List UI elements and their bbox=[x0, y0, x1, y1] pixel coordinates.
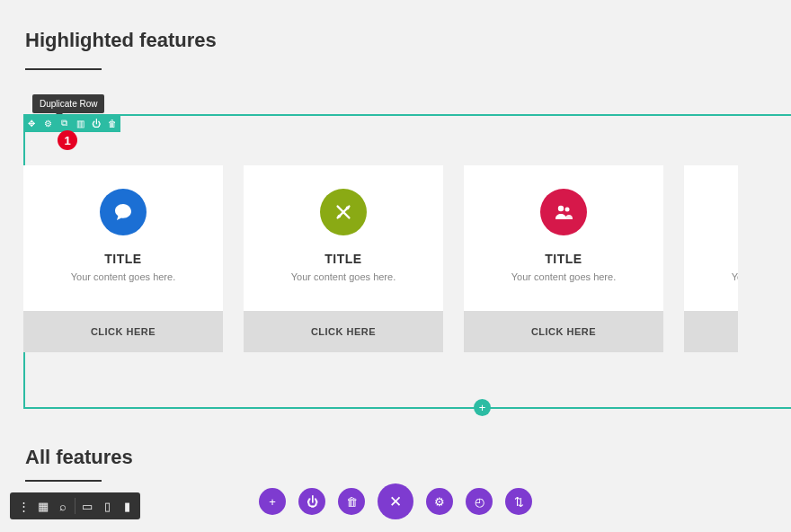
row-duplicate-button[interactable]: ⧉ bbox=[56, 114, 72, 132]
users-icon bbox=[540, 189, 587, 235]
card-subtitle: Your content goes here. bbox=[244, 271, 443, 282]
card-subtitle: Your content goes here. bbox=[23, 271, 223, 282]
wireframe-view-button[interactable]: ▦ bbox=[33, 492, 53, 519]
card-button[interactable]: CLICK HERE bbox=[464, 311, 663, 352]
svg-point-3 bbox=[565, 208, 570, 212]
card-button[interactable]: CLICK HERE bbox=[244, 311, 443, 352]
feature-card-partial: TITLE Your content goes here. CLICK HERE bbox=[684, 165, 738, 352]
tablet-view-button[interactable]: ▯ bbox=[97, 492, 117, 519]
row-delete-button[interactable]: 🗑 bbox=[104, 114, 120, 132]
heading-divider bbox=[25, 68, 102, 70]
svg-point-2 bbox=[558, 206, 564, 211]
row-settings-button[interactable]: ⚙ bbox=[40, 114, 56, 132]
all-features-heading: All features bbox=[0, 413, 133, 469]
zoom-button[interactable]: ⌕ bbox=[53, 492, 73, 519]
chat-icon bbox=[100, 189, 147, 235]
row-selection[interactable]: Duplicate Row ✥ ⚙ ⧉ ▥ ⏻ 🗑 1 TITLE Your c… bbox=[23, 114, 791, 409]
builder-action-bar: + ⏻ 🗑 ✕ ⚙ ◴ ⇅ bbox=[259, 483, 532, 519]
card-subtitle: Your content goes here. bbox=[684, 271, 738, 282]
trash-button[interactable]: 🗑 bbox=[338, 488, 365, 515]
feature-card: TITLE Your content goes here. CLICK HERE bbox=[464, 165, 663, 352]
row-toolbar: ✥ ⚙ ⧉ ▥ ⏻ 🗑 bbox=[23, 114, 120, 132]
page-settings-button[interactable]: ⚙ bbox=[426, 488, 453, 515]
row-tooltip: Duplicate Row bbox=[32, 94, 104, 113]
add-row-button[interactable]: + bbox=[474, 399, 491, 416]
add-module-button[interactable]: + bbox=[259, 488, 286, 515]
card-title: TITLE bbox=[244, 252, 443, 266]
phone-view-button[interactable]: ▮ bbox=[117, 492, 137, 519]
card-title: TITLE bbox=[464, 252, 663, 266]
svg-point-0 bbox=[338, 215, 342, 218]
row-move-handle[interactable]: ✥ bbox=[23, 114, 40, 132]
row-columns-button[interactable]: ▥ bbox=[72, 114, 88, 132]
desktop-view-button[interactable]: ▭ bbox=[77, 492, 97, 519]
feature-card: TITLE Your content goes here. CLICK HERE bbox=[23, 165, 223, 352]
highlighted-features-heading: Highlighted features bbox=[0, 0, 791, 52]
drag-handle-icon[interactable]: ⋮ bbox=[13, 492, 33, 519]
power-button[interactable]: ⏻ bbox=[298, 488, 325, 515]
heading-divider bbox=[25, 480, 102, 482]
history-button[interactable]: ◴ bbox=[466, 488, 493, 515]
step-callout-1: 1 bbox=[58, 130, 77, 150]
card-title: TITLE bbox=[23, 252, 223, 266]
card-button[interactable]: CLICK HERE bbox=[23, 311, 223, 352]
svg-point-1 bbox=[346, 207, 350, 210]
row-save-button[interactable]: ⏻ bbox=[88, 114, 104, 132]
feature-card: TITLE Your content goes here. CLICK HERE bbox=[244, 165, 443, 352]
tools-icon bbox=[320, 189, 367, 235]
card-row: TITLE Your content goes here. CLICK HERE… bbox=[23, 165, 738, 352]
close-button[interactable]: ✕ bbox=[378, 483, 413, 519]
device-toolbar: ⋮ ▦ ⌕ ▭ ▯ ▮ bbox=[10, 492, 140, 519]
card-subtitle: Your content goes here. bbox=[464, 271, 663, 282]
card-button[interactable]: CLICK HERE bbox=[684, 311, 738, 352]
swap-button[interactable]: ⇅ bbox=[505, 488, 532, 515]
